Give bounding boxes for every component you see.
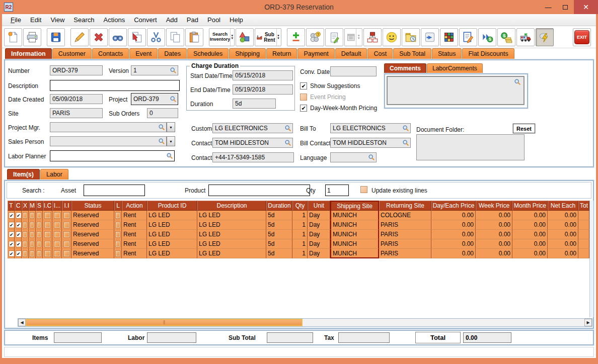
cell-returning-site[interactable]: COLOGNE (379, 211, 431, 220)
search-icon[interactable] (514, 78, 521, 86)
scroll-left-arrow-icon[interactable]: ◀ (18, 319, 26, 326)
horizontal-scrollbar[interactable]: ◀ ▶ (18, 318, 592, 327)
row-checkbox-l[interactable] (116, 232, 120, 237)
cell-unit[interactable]: Day (308, 249, 330, 258)
row-checkbox-i-c[interactable] (45, 241, 50, 247)
tab-payment[interactable]: Payment (297, 48, 334, 59)
cell-day-each-price[interactable]: 0.00 (431, 230, 476, 239)
cell-qty[interactable]: 1 (292, 249, 308, 258)
column-header-description[interactable]: Description (197, 201, 266, 211)
row-checkbox-i-c[interactable] (45, 251, 50, 256)
menu-pad[interactable]: Pad (182, 15, 203, 25)
cell-month-price[interactable]: 0.00 (512, 230, 548, 239)
cell-shipping-site[interactable]: MUNICH (330, 239, 379, 249)
cell-i-i[interactable] (62, 220, 71, 230)
description-field[interactable] (50, 80, 180, 91)
bill-to-field[interactable]: LG ELECTRONICS (330, 123, 411, 133)
cell-t[interactable]: ✔ (8, 249, 15, 258)
cell-action[interactable]: Rent (122, 230, 147, 239)
project-field[interactable]: ORD-379 (131, 93, 178, 105)
tab-contacts[interactable]: Contacts (92, 48, 129, 59)
column-header-week-price[interactable]: Week Price (476, 201, 512, 211)
row-checkbox-x[interactable] (23, 232, 27, 237)
checkbox-show-suggestions[interactable]: ✔ (300, 82, 307, 89)
cell-duration[interactable]: 5d (266, 230, 292, 239)
qty-input[interactable]: 1 (325, 185, 349, 196)
update-existing-lines-checkbox[interactable] (360, 186, 367, 193)
cell-returning-site[interactable]: PARIS (379, 239, 431, 249)
cell-s[interactable] (36, 239, 43, 249)
cell-tot[interactable] (578, 249, 589, 258)
cell-status[interactable]: Reserved (71, 239, 114, 249)
items-tab-item-s[interactable]: Item(s) (7, 169, 40, 179)
cell-x[interactable] (22, 230, 29, 239)
row-checkbox-m[interactable] (30, 213, 34, 218)
cell-returning-site[interactable]: PARIS (379, 249, 431, 258)
row-checkbox-i-i[interactable] (64, 222, 69, 228)
column-header-net-each[interactable]: Net Each (548, 201, 578, 211)
cell-month-price[interactable]: 0.00 (512, 249, 548, 258)
cell-qty[interactable]: 1 (292, 230, 308, 239)
menu-convert[interactable]: Convert (129, 15, 162, 25)
row-checkbox-l[interactable] (116, 213, 120, 218)
cell-status[interactable]: Reserved (71, 249, 114, 258)
row-checkbox-i-i[interactable] (64, 232, 69, 237)
copy-button[interactable] (166, 28, 184, 46)
row-checkbox-x[interactable] (23, 213, 27, 218)
search-icon[interactable] (170, 67, 177, 74)
cell-unit[interactable]: Day (308, 220, 330, 230)
cell-m[interactable] (29, 211, 36, 220)
cell-s[interactable] (36, 230, 43, 239)
column-header-returning-site[interactable]: Returning Site (379, 201, 431, 211)
row-checkbox-x[interactable] (23, 222, 27, 228)
row-checkbox-i[interactable] (54, 251, 60, 256)
cell-net-each[interactable]: 0.00 (548, 249, 578, 258)
cell-l[interactable] (114, 239, 122, 249)
cell-week-price[interactable]: 0.00 (476, 220, 512, 230)
cell-l[interactable] (114, 211, 122, 220)
asset-input[interactable] (84, 185, 145, 196)
column-header-duration[interactable]: Duration (266, 201, 292, 211)
cell-duration[interactable]: 5d (266, 220, 292, 230)
cell-c[interactable]: ✔ (15, 239, 22, 249)
paste-button[interactable] (185, 28, 203, 46)
cell-i-i[interactable] (62, 211, 71, 220)
cell-product-id[interactable]: LG LED (147, 211, 197, 220)
cell-tot[interactable] (578, 220, 589, 230)
column-header-c[interactable]: C (15, 201, 22, 211)
column-header-m[interactable]: M (29, 201, 36, 211)
cell-description[interactable]: LG LED (197, 211, 266, 220)
cell-net-each[interactable]: 0.00 (548, 220, 578, 230)
row-checkbox-l[interactable] (116, 251, 120, 256)
tab-flat-discounts[interactable]: Flat Discounts (462, 48, 514, 59)
cell-m[interactable] (29, 249, 36, 258)
cell-action[interactable]: Rent (122, 249, 147, 258)
new-document-button[interactable] (4, 28, 22, 46)
row-checkbox-c[interactable]: ✔ (16, 241, 21, 247)
scrollbar-thumb[interactable] (26, 319, 302, 326)
row-checkbox-t[interactable]: ✔ (9, 251, 14, 256)
table-row[interactable]: ✔✔ReservedRentLG LEDLG LED5d1DayMUNICHPA… (8, 249, 589, 258)
cell-week-price[interactable]: 0.00 (476, 211, 512, 220)
smiley-button[interactable] (383, 28, 401, 46)
cell-returning-site[interactable]: PARIS (379, 230, 431, 239)
close-button[interactable]: ✕ (574, 0, 598, 14)
cell-returning-site[interactable]: PARIS (379, 220, 431, 230)
find-button[interactable] (109, 28, 127, 46)
cell-month-price[interactable]: 0.00 (512, 211, 548, 220)
convert-dollar-button[interactable]: $ (478, 28, 496, 46)
menu-actions[interactable]: Actions (99, 15, 130, 25)
delete-button[interactable] (90, 28, 108, 46)
cell-i-c[interactable] (43, 249, 52, 258)
column-header-x[interactable]: X (22, 201, 29, 211)
cell-m[interactable] (29, 220, 36, 230)
minimize-button[interactable]: — (540, 0, 557, 14)
cell-i[interactable] (52, 220, 62, 230)
column-header-month-price[interactable]: Month Price (512, 201, 548, 211)
dropdown-arrows-icon[interactable]: ▼▼ (230, 29, 234, 46)
reset-button[interactable]: Reset (513, 124, 535, 133)
row-checkbox-m[interactable] (30, 222, 34, 228)
cell-description[interactable]: LG LED (197, 230, 266, 239)
tab-information[interactable]: Information (5, 48, 52, 59)
tab-status[interactable]: Status (432, 48, 462, 59)
